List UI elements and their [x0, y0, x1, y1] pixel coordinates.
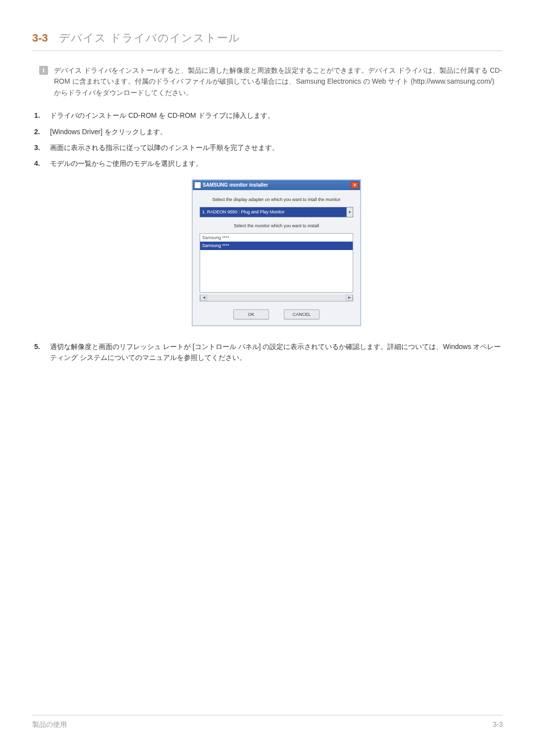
footer-left: 製品の使用: [32, 720, 67, 729]
step-3: 画面に表示される指示に従って以降のインストール手順を完了させます。: [32, 142, 503, 153]
adapter-dropdown[interactable]: 1. RADEON 9550 : Plug and Play Monitor ▼: [200, 207, 353, 217]
adapter-value: 1. RADEON 9550 : Plug and Play Monitor: [200, 207, 346, 217]
step-1: ドライバのインストール CD-ROM を CD-ROM ドライブに挿入します。: [32, 110, 503, 121]
note-block: ℹ デバイス ドライバをインストールすると、製品に適した解像度と周波数を設定する…: [39, 65, 503, 98]
horizontal-scrollbar[interactable]: ◀ ▶: [200, 295, 353, 302]
info-icon: ℹ: [39, 66, 48, 75]
chevron-down-icon[interactable]: ▼: [346, 207, 353, 217]
section-heading: 3-3 デバイス ドライバのインストール: [32, 31, 503, 51]
close-button[interactable]: ✕: [351, 182, 359, 189]
scroll-left-button[interactable]: ◀: [200, 295, 207, 301]
list-item[interactable]: Samsung ****: [200, 234, 353, 242]
footer-right: 3-3: [493, 720, 503, 729]
step-2: [Windows Driver] をクリックします。: [32, 126, 503, 137]
scroll-right-button[interactable]: ▶: [346, 295, 353, 301]
dialog-title: SAMSUNG monitor installer: [203, 181, 268, 189]
app-icon: [195, 182, 201, 188]
heading-number: 3-3: [32, 32, 48, 45]
note-text: デバイス ドライバをインストールすると、製品に適した解像度と周波数を設定すること…: [54, 65, 503, 98]
monitor-label: Select the monitor which you want to ins…: [200, 222, 353, 229]
step-5: 適切な解像度と画面のリフレッシュ レートが [コントロール パネル] の設定に表…: [32, 341, 503, 363]
adapter-label: Select the display adapter on which you …: [200, 196, 353, 203]
page-footer: 製品の使用 3-3: [32, 715, 503, 729]
cancel-button[interactable]: CANCEL: [284, 309, 320, 319]
list-item[interactable]: Samsung ****: [200, 242, 353, 250]
dialog-titlebar[interactable]: SAMSUNG monitor installer ✕: [193, 180, 360, 190]
heading-title: デバイス ドライバのインストール: [59, 31, 240, 46]
step-4: モデルの一覧からご使用のモデルを選択します。 SAMSUNG monitor i…: [32, 158, 503, 326]
ok-button[interactable]: OK: [233, 309, 269, 319]
monitor-list[interactable]: Samsung **** Samsung ****: [200, 233, 353, 293]
installer-dialog: SAMSUNG monitor installer ✕ Select the d…: [192, 179, 361, 326]
steps-list: ドライバのインストール CD-ROM を CD-ROM ドライブに挿入します。 …: [32, 110, 503, 363]
scrollbar-track[interactable]: [207, 295, 346, 301]
